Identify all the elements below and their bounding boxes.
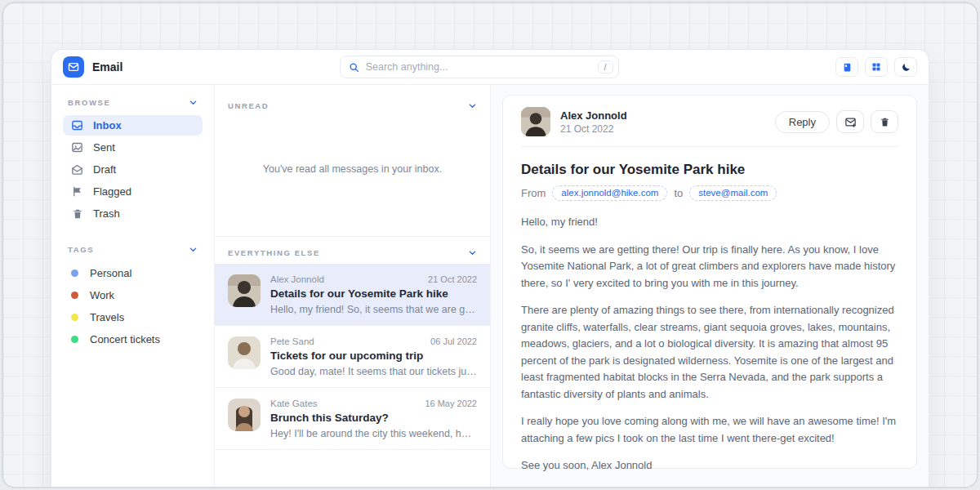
tag-color-dot (71, 314, 78, 321)
email-detail-card: Alex Jonnold 21 Oct 2022 Reply (502, 95, 917, 469)
sidebar: BROWSE Inbox Sent (51, 85, 215, 488)
tag-color-dot (71, 336, 78, 343)
mail-subject: Details for our Yosemite Park hike (270, 287, 477, 300)
tag-color-dot (71, 270, 78, 277)
tag-label: Concert tickets (90, 333, 160, 345)
tag-item-travels[interactable]: Travels (63, 306, 203, 328)
apps-grid-button[interactable] (865, 57, 888, 77)
inbox-icon (71, 119, 83, 131)
avatar (228, 399, 261, 431)
tag-color-dot (71, 292, 78, 299)
flag-icon (71, 185, 83, 198)
sender-info: Alex Jonnold 21 Oct 2022 (560, 109, 627, 135)
moon-icon (901, 62, 911, 73)
sidebar-item-sent[interactable]: Sent (63, 137, 203, 158)
everything-else-label: EVERYTHING ELSE (228, 248, 320, 257)
chevron-down-icon[interactable] (189, 245, 198, 254)
draft-icon (71, 163, 83, 176)
sidebar-item-label: Inbox (93, 119, 122, 131)
sidebar-item-draft[interactable]: Draft (63, 159, 203, 180)
main-area: BROWSE Inbox Sent (51, 84, 929, 488)
detail-date: 21 Oct 2022 (560, 123, 627, 135)
browse-section-header[interactable]: BROWSE (63, 98, 203, 107)
email-detail-column: Alex Jonnold 21 Oct 2022 Reply (491, 85, 929, 488)
sidebar-item-label: Trash (93, 207, 120, 220)
tag-label: Work (90, 289, 114, 301)
body-paragraph: See you soon, Alex Jonnold (521, 457, 898, 474)
app-title: Email (92, 60, 122, 74)
tag-item-concert-tickets[interactable]: Concert tickets (63, 328, 203, 350)
body-paragraph: So, it seems we are getting there! Our t… (521, 242, 898, 292)
search-input[interactable] (366, 61, 598, 73)
sidebar-item-inbox[interactable]: Inbox (63, 115, 203, 136)
sent-icon (71, 141, 83, 154)
trash-icon (71, 208, 83, 220)
from-label: From (521, 187, 546, 199)
mail-preview: Good day, mate! It seems that our ticket… (270, 366, 477, 377)
delete-button[interactable] (871, 110, 898, 133)
trash-icon (880, 117, 890, 127)
unread-section-header[interactable]: UNREAD (215, 85, 490, 117)
chevron-down-icon[interactable] (468, 101, 477, 110)
tags-label: TAGS (68, 245, 94, 254)
avatar (228, 336, 261, 369)
everything-else-section: EVERYTHING ELSE Alex Jonnold 21 Oct 2022 (215, 236, 490, 450)
tag-label: Personal (90, 267, 131, 279)
reply-button[interactable]: Reply (775, 111, 830, 133)
topbar: Email / (51, 50, 929, 84)
mail-preview: Hey! I'll be around the city this weeken… (270, 428, 477, 439)
page-background: Email / (2, 2, 978, 488)
mail-meta: Kate Gates 16 May 2022 Brunch this Satur… (270, 399, 477, 439)
tag-label: Travels (90, 311, 124, 323)
search-icon (349, 62, 359, 73)
body-paragraph: Hello, my friend! (521, 214, 898, 231)
unread-label: UNREAD (228, 101, 269, 110)
chevron-down-icon[interactable] (189, 98, 198, 107)
tags-section-header[interactable]: TAGS (63, 245, 203, 254)
mail-preview: Hello, my friend! So, it seems that we a… (270, 304, 477, 315)
tag-item-work[interactable]: Work (63, 284, 203, 306)
envelope-icon (68, 61, 79, 73)
avatar (228, 274, 261, 307)
detail-actions: Reply (775, 110, 898, 133)
sidebar-item-flagged[interactable]: Flagged (63, 181, 203, 202)
sidebar-item-trash[interactable]: Trash (63, 203, 203, 224)
unread-empty-message: You've read all messages in your inbox. (215, 117, 490, 221)
email-subject: Details for our Yosemite Park hike (521, 162, 898, 178)
mail-list-item-pete[interactable]: Pete Sand 06 Jul 2022 Tickets for our up… (215, 326, 490, 388)
avatar (521, 107, 550, 136)
message-list-column: UNREAD You've read all messages in your … (215, 85, 491, 488)
mail-subject: Brunch this Saturday? (270, 412, 477, 424)
to-email-pill[interactable]: steve@mail.com (689, 185, 777, 201)
detail-sender-name: Alex Jonnold (560, 109, 627, 122)
detail-header: Alex Jonnold 21 Oct 2022 Reply (521, 107, 898, 147)
sidebar-item-label: Sent (93, 141, 115, 154)
email-body: Hello, my friend! So, it seems we are ge… (521, 214, 898, 488)
mail-date: 06 Jul 2022 (430, 336, 477, 346)
mail-date: 16 May 2022 (425, 399, 477, 408)
from-email-pill[interactable]: alex.jonnold@hike.com (552, 185, 667, 201)
mail-sender: Alex Jonnold (270, 274, 324, 284)
apps-grid-icon (871, 62, 881, 72)
search-shortcut-badge: / (598, 60, 613, 74)
email-app-window: Email / (51, 49, 929, 488)
sidebar-item-label: Flagged (93, 185, 131, 198)
everything-else-header[interactable]: EVERYTHING ELSE (215, 237, 490, 264)
app-logo (63, 56, 84, 78)
mail-list-item-alex[interactable]: Alex Jonnold 21 Oct 2022 Details for our… (215, 264, 490, 326)
forward-button[interactable] (836, 110, 864, 133)
mail-list-item-kate[interactable]: Kate Gates 16 May 2022 Brunch this Satur… (215, 388, 490, 450)
mail-sender: Kate Gates (270, 399, 318, 408)
mail-meta: Pete Sand 06 Jul 2022 Tickets for our up… (270, 336, 477, 377)
to-label: to (674, 187, 683, 199)
mail-subject: Tickets for our upcoming trip (270, 350, 477, 362)
tag-item-personal[interactable]: Personal (63, 262, 203, 284)
dark-mode-button[interactable] (894, 57, 917, 77)
notebook-button[interactable] (835, 57, 858, 77)
chevron-down-icon[interactable] (468, 248, 477, 257)
body-paragraph: There are plenty of amazing things to se… (521, 302, 898, 403)
search-box[interactable]: / (340, 56, 619, 78)
sidebar-item-label: Draft (93, 163, 116, 176)
mail-date: 21 Oct 2022 (428, 274, 477, 284)
mail-sender: Pete Sand (270, 336, 314, 346)
